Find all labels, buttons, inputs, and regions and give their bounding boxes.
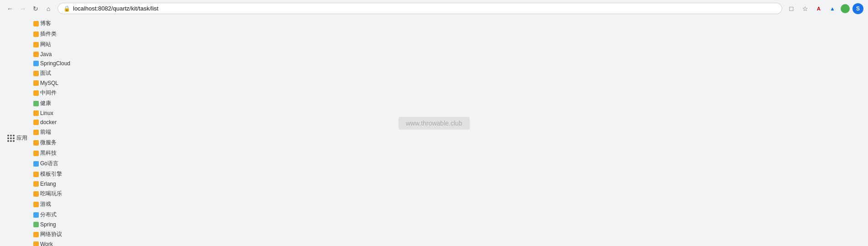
bookmark-item-游戏[interactable]: 游戏 xyxy=(30,199,73,209)
home-button[interactable]: ⌂ xyxy=(43,3,54,14)
browser-chrome: ← → ↻ ⌂ 🔒 localhost:8082/quartz/kit/task… xyxy=(0,0,868,246)
bookmark-label: 分布式 xyxy=(40,211,57,219)
bookmark-folder-icon xyxy=(33,222,39,227)
bookmark-folder-icon xyxy=(33,101,39,106)
bookmark-label: Erlang xyxy=(40,181,56,187)
bookmark-item-网站[interactable]: 网站 xyxy=(30,39,73,50)
bookmark-label: 前端 xyxy=(40,128,51,136)
forward-button[interactable]: → xyxy=(17,3,28,14)
bookmark-folder-icon xyxy=(33,52,39,57)
bookmark-item-Linux[interactable]: Linux xyxy=(30,109,73,118)
bookmark-label: docker xyxy=(40,119,57,126)
bookmark-label: 博客 xyxy=(40,20,51,27)
bookmark-item-模板引擎[interactable]: 模板引擎 xyxy=(30,169,73,179)
bookmark-folder-icon xyxy=(33,161,39,167)
bookmark-folder-icon xyxy=(33,172,39,177)
bookmark-item-微服务[interactable]: 微服务 xyxy=(30,137,73,148)
browser-actions: □ ☆ A ▲ S xyxy=(786,3,863,14)
bookmark-item-SpringCloud[interactable]: SpringCloud xyxy=(30,59,73,68)
vpn-button[interactable]: ▲ xyxy=(827,3,838,14)
bookmark-label: 网站 xyxy=(40,41,51,48)
nav-buttons: ← → ↻ ⌂ xyxy=(5,3,54,14)
bookmark-label: 游戏 xyxy=(40,200,51,208)
bookmark-folder-icon xyxy=(33,110,39,116)
bookmark-folder-icon xyxy=(33,130,39,135)
bookmark-item-Erlang[interactable]: Erlang xyxy=(30,179,73,188)
bookmark-label: Spring xyxy=(40,221,56,228)
bookmark-item-面试[interactable]: 面试 xyxy=(30,68,73,79)
bookmark-label: 健康 xyxy=(40,99,51,107)
apps-grid-icon xyxy=(7,135,15,142)
bookmark-label: 微服务 xyxy=(40,139,57,147)
bookmark-label: Linux xyxy=(40,110,53,116)
bookmark-folder-icon xyxy=(33,120,39,125)
bookmarks-bar: 应用 博客插件类网站JavaSpringCloud面试MySQL中间件健康Lin… xyxy=(0,17,868,246)
bookmark-folder-icon xyxy=(33,241,39,246)
bookmark-label: Java xyxy=(40,51,52,58)
extension-icon xyxy=(841,4,850,13)
bookmark-item-Java[interactable]: Java xyxy=(30,50,73,59)
bookmark-folder-icon xyxy=(33,140,39,146)
profile-button[interactable]: S xyxy=(852,3,863,14)
bookmark-label: 面试 xyxy=(40,69,51,77)
browser-toolbar: ← → ↻ ⌂ 🔒 localhost:8082/quartz/kit/task… xyxy=(0,0,868,17)
bookmark-item-Go语言[interactable]: Go语言 xyxy=(30,158,73,169)
acrobat-button[interactable]: A xyxy=(813,3,824,14)
bookmark-item-分布式[interactable]: 分布式 xyxy=(30,209,73,220)
bookmark-button[interactable]: ☆ xyxy=(800,3,810,14)
reload-button[interactable]: ↻ xyxy=(30,3,41,14)
bookmark-folder-icon xyxy=(33,80,39,86)
bookmark-folder-icon xyxy=(33,202,39,207)
bookmark-folder-icon xyxy=(33,71,39,76)
back-button[interactable]: ← xyxy=(5,3,16,14)
bookmark-label: 模板引擎 xyxy=(40,170,62,178)
bookmark-label: MySQL xyxy=(40,80,58,86)
bookmark-label: 网络协议 xyxy=(40,230,62,238)
bookmark-item-博客[interactable]: 博客 xyxy=(30,18,73,29)
bookmark-folder-icon xyxy=(33,181,39,187)
bookmark-item-Work[interactable]: Work xyxy=(30,240,73,246)
apps-button[interactable]: 应用 xyxy=(5,133,30,143)
apps-label: 应用 xyxy=(16,134,27,142)
bookmark-item-吃喝玩乐[interactable]: 吃喝玩乐 xyxy=(30,188,73,199)
bookmark-item-Spring[interactable]: Spring xyxy=(30,220,73,229)
bookmark-folder-icon xyxy=(33,191,39,197)
bookmark-item-前端[interactable]: 前端 xyxy=(30,127,73,137)
address-bar[interactable]: 🔒 localhost:8082/quartz/kit/task/list xyxy=(58,3,782,14)
bookmark-item-docker[interactable]: docker xyxy=(30,118,73,127)
bookmark-folder-icon xyxy=(33,232,39,237)
bookmark-folder-icon xyxy=(33,212,39,218)
bookmark-folder-icon xyxy=(33,90,39,96)
bookmark-label: SpringCloud xyxy=(40,60,70,67)
bookmark-label: 中间件 xyxy=(40,89,57,97)
lock-icon: 🔒 xyxy=(63,5,70,12)
bookmark-item-网络协议[interactable]: 网络协议 xyxy=(30,229,73,240)
bookmark-folder-icon xyxy=(33,42,39,47)
bookmark-label: 插件类 xyxy=(40,30,57,38)
bookmark-item-MySQL[interactable]: MySQL xyxy=(30,79,73,88)
bookmark-item-黑科技[interactable]: 黑科技 xyxy=(30,148,73,158)
bookmark-folder-icon xyxy=(33,61,39,66)
bookmark-folder-icon xyxy=(33,31,39,37)
bookmarks-container: 博客插件类网站JavaSpringCloud面试MySQL中间件健康Linuxd… xyxy=(30,18,73,246)
bookmark-item-健康[interactable]: 健康 xyxy=(30,98,73,109)
bookmark-label: 吃喝玩乐 xyxy=(40,190,62,198)
bookmark-folder-icon xyxy=(33,21,39,26)
bookmark-item-中间件[interactable]: 中间件 xyxy=(30,88,73,98)
bookmark-label: Work xyxy=(40,241,53,246)
bookmark-item-插件类[interactable]: 插件类 xyxy=(30,29,73,39)
url-text: localhost:8082/quartz/kit/task/list xyxy=(73,5,776,12)
bookmark-label: 黑科技 xyxy=(40,149,57,157)
bookmark-folder-icon xyxy=(33,151,39,156)
bookmark-label: Go语言 xyxy=(40,160,58,167)
screenshot-button[interactable]: □ xyxy=(786,3,797,14)
